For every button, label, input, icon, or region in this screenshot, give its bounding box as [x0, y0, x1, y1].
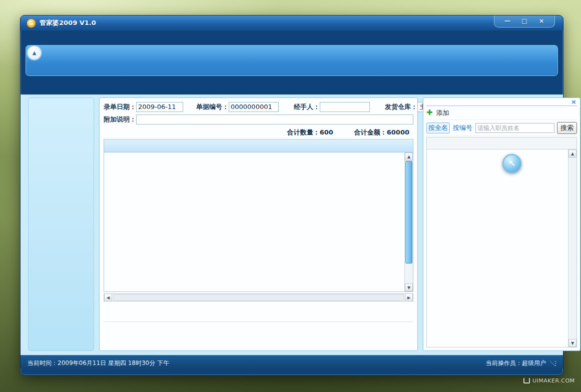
window-title: 管家婆2009 V1.0	[40, 18, 96, 28]
toolbar	[26, 45, 558, 76]
employee-grid-rows	[427, 150, 568, 347]
watermark-text: UIMAKER.COM	[532, 378, 575, 384]
maximize-button[interactable]: □	[516, 16, 532, 26]
search-row: 按全名 按编号 搜索	[426, 120, 577, 136]
totals-row: 合计数量： 600 合计金额： 60000	[104, 126, 413, 139]
hscroll-thumb[interactable]	[113, 294, 404, 301]
add-row[interactable]: ✚ 添加	[426, 106, 577, 120]
items-vertical-scrollbar[interactable]: ▲ ▼	[404, 152, 413, 292]
doc-no-label: 单据编号：	[196, 102, 229, 112]
status-operator: 当前操作员：超级用户	[486, 359, 546, 368]
scroll-down-icon[interactable]: ▼	[405, 284, 413, 292]
total-qty-label: 合计数量：	[287, 128, 320, 137]
status-bar: 当前时间：2009年06月11日 星期四 18时30分 下午 当前操作员：超级用…	[21, 355, 563, 371]
employee-grid: ▲ ▼	[426, 137, 577, 348]
scroll-right-icon[interactable]: ▶	[405, 294, 413, 302]
employee-grid-header	[427, 138, 576, 150]
total-qty-value: 600	[320, 128, 333, 136]
warehouse-label: 发货仓库：	[385, 102, 417, 112]
form-row-1: 录单日期： 单据编号： 经手人： 发货仓库：	[104, 100, 413, 113]
module-tabs	[21, 76, 563, 94]
cursor-icon: ↖	[502, 154, 521, 173]
menu-bar	[21, 30, 563, 44]
handler-label: 经手人：	[294, 102, 320, 112]
handler-input[interactable]	[320, 102, 370, 112]
doc-no-input[interactable]	[229, 102, 279, 112]
employee-vertical-scrollbar[interactable]: ▲ ▼	[568, 150, 576, 347]
voucher-panel: 录单日期： 单据编号： 经手人： 发货仓库： 附加说明： 合计数量： 600 合…	[99, 98, 418, 351]
scroll-left-icon[interactable]: ◀	[104, 294, 112, 302]
items-horizontal-scrollbar[interactable]: ◀ ▶	[104, 294, 413, 302]
collapse-toolbar-button[interactable]: ▲	[27, 45, 42, 60]
app-logo-icon: G	[27, 18, 36, 28]
watermark-logo-icon	[523, 378, 530, 384]
search-button[interactable]: 搜索	[557, 122, 577, 134]
date-label: 录单日期：	[104, 102, 136, 112]
app-window: G 管家婆2009 V1.0 — □ × ▲ 录单日期： 单据编号： 经手人： …	[20, 15, 563, 376]
total-amt-value: 60000	[387, 128, 409, 136]
window-controls: — □ ×	[494, 16, 555, 28]
scroll-thumb[interactable]	[405, 161, 412, 264]
note-label: 附加说明：	[104, 115, 136, 124]
report-links	[104, 322, 413, 348]
lookup-panel: × ✚ 添加 按全名 按编号 搜索 ▲ ▼	[423, 98, 580, 351]
toolbar-row: ▲	[26, 45, 558, 76]
panel-close-icon[interactable]: ×	[571, 98, 576, 106]
filter-by-name-toggle[interactable]: 按全名	[426, 122, 450, 134]
title-bar: G 管家婆2009 V1.0 — □ ×	[21, 16, 563, 30]
close-button[interactable]: ×	[533, 16, 549, 26]
scroll-up-icon[interactable]: ▲	[405, 152, 413, 160]
date-input[interactable]	[136, 102, 183, 112]
items-grid: ▲ ▼	[104, 139, 413, 292]
resize-grip-icon[interactable]	[550, 361, 556, 366]
add-label: 添加	[436, 108, 449, 118]
add-icon: ✚	[426, 109, 433, 116]
filter-by-code-toggle[interactable]: 按编号	[452, 123, 473, 133]
items-grid-header	[104, 140, 413, 152]
form-row-2: 附加说明：	[104, 113, 413, 126]
scroll-up-icon[interactable]: ▲	[568, 150, 576, 158]
content-area: 录单日期： 单据编号： 经手人： 发货仓库： 附加说明： 合计数量： 600 合…	[21, 94, 563, 355]
total-amt-label: 合计金额：	[354, 128, 387, 137]
scroll-down-icon[interactable]: ▼	[568, 339, 576, 347]
items-grid-rows	[104, 152, 404, 292]
status-time: 当前时间：2009年06月11日 星期四 18时30分 下午	[28, 359, 169, 368]
employee-search-input[interactable]	[475, 123, 554, 133]
watermark: UIMAKER.COM	[523, 378, 575, 384]
sidebar	[28, 98, 94, 351]
minimize-button[interactable]: —	[499, 16, 515, 26]
action-buttons	[104, 302, 413, 322]
note-input[interactable]	[136, 114, 413, 124]
